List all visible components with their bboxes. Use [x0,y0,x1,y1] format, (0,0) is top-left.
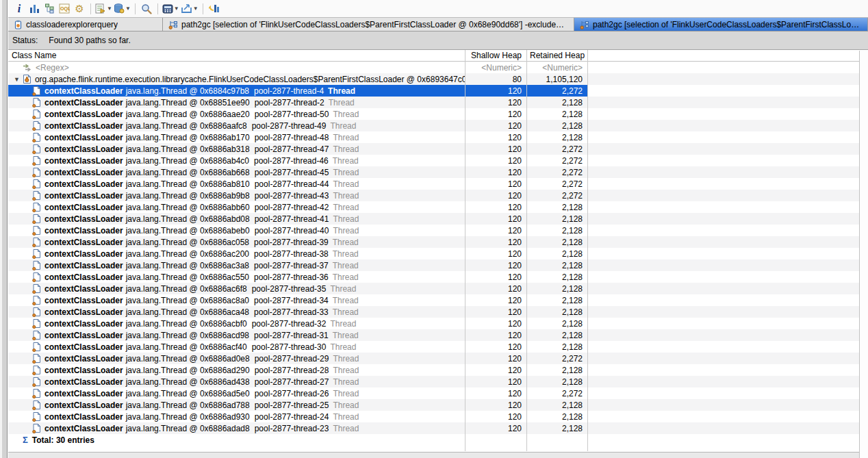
thread-row-selected[interactable]: contextClassLoaderjava.lang.Thread @ 0x6… [8,85,868,97]
thread-object-icon [32,97,41,107]
field-name: contextClassLoader [44,366,123,375]
thread-object-icon [32,86,41,96]
object-type-address: java.lang.Thread @ 0x6886acf40 [126,342,247,352]
thread-suffix: Thread [333,238,359,247]
svg-text:OQL: OQL [60,6,70,12]
horizontal-scrollbar[interactable] [8,452,859,458]
thread-row[interactable]: contextClassLoaderjava.lang.Thread @ 0x6… [8,166,868,178]
thread-row[interactable]: contextClassLoaderjava.lang.Thread @ 0x6… [8,178,868,190]
retained-heap-value: 2,128 [526,377,587,387]
thread-row[interactable]: contextClassLoaderjava.lang.Thread @ 0x6… [8,248,868,259]
thread-row[interactable]: contextClassLoaderjava.lang.Thread @ 0x6… [8,236,868,248]
run-expert-test-icon-dropdown-arrow[interactable]: ▼ [107,6,112,12]
export-icon-dropdown-arrow[interactable]: ▼ [193,6,199,12]
dominator-tree-icon[interactable] [42,1,57,16]
query-browser-icon-dropdown-arrow[interactable]: ▼ [125,6,131,12]
thread-row[interactable]: contextClassLoaderjava.lang.Thread @ 0x6… [8,108,868,120]
report-icon[interactable] [207,1,222,16]
field-name: contextClassLoader [44,133,123,142]
calculator-icon[interactable]: ▼ [162,1,180,16]
thread-object-icon [32,190,41,201]
vertical-scrollbar[interactable] [859,51,868,458]
thread-row[interactable]: contextClassLoaderjava.lang.Thread @ 0x6… [8,259,868,271]
oql-icon[interactable]: OQL [57,1,72,16]
column-separator-3[interactable] [587,50,588,451]
field-name: contextClassLoader [44,389,123,398]
shallow-heap-value: 120 [465,400,526,410]
filter-row[interactable]: <Regex> <Numeric> <Numeric> [8,62,868,73]
thread-overview-icon[interactable]: ⚙ [72,1,87,16]
shallow-heap-value: 120 [465,191,526,201]
regex-filter-field[interactable]: <Regex> [36,63,69,73]
column-header-retained-heap[interactable]: Retained Heap [526,51,587,60]
shallow-heap-value: 120 [465,331,526,340]
run-expert-test-icon[interactable]: ▼ [94,1,113,16]
classloader-root-row[interactable]: ▼ org.apache.flink.runtime.execution.lib… [8,73,868,85]
tab-1[interactable]: classloaderexplorerquery [8,18,163,31]
field-name: contextClassLoader [44,342,123,352]
sum-icon: Σ [23,435,28,445]
thread-row[interactable]: contextClassLoaderjava.lang.Thread @ 0x6… [8,353,868,364]
retained-heap-value: 2,128 [526,272,587,282]
thread-object-icon [32,388,41,398]
thread-object-icon [32,155,41,166]
thread-row[interactable]: contextClassLoaderjava.lang.Thread @ 0x6… [8,143,868,155]
thread-row[interactable]: contextClassLoaderjava.lang.Thread @ 0x6… [8,341,868,353]
histogram-icon[interactable] [27,1,42,16]
column-separator-2[interactable] [526,50,527,451]
thread-row[interactable]: contextClassLoaderjava.lang.Thread @ 0x6… [8,155,868,166]
thread-row[interactable]: contextClassLoaderjava.lang.Thread @ 0x6… [8,329,868,341]
thread-suffix: Thread [333,261,359,270]
expand-collapse-icon[interactable]: ▼ [14,76,20,83]
thread-suffix: Thread [333,272,359,282]
thread-row[interactable]: contextClassLoaderjava.lang.Thread @ 0x6… [8,271,868,283]
shallow-heap-value: 120 [465,133,526,142]
query-browser-icon[interactable]: ▼ [113,1,131,16]
object-type-address: java.lang.Thread @ 0x6886ad5e0 [126,389,250,398]
thread-row[interactable]: contextClassLoaderjava.lang.Thread @ 0x6… [8,306,868,318]
thread-row[interactable]: contextClassLoaderjava.lang.Thread @ 0x6… [8,294,868,306]
thread-row[interactable]: contextClassLoaderjava.lang.Thread @ 0x6… [8,387,868,399]
thread-name: pool-2877-thread-45 [255,168,329,177]
thread-suffix: Thread [333,389,359,398]
thread-row[interactable]: contextClassLoaderjava.lang.Thread @ 0x6… [8,283,868,294]
column-header-shallow-heap[interactable]: Shallow Heap [465,51,526,60]
export-icon[interactable]: ▼ [180,1,199,16]
calculator-icon-dropdown-arrow[interactable]: ▼ [174,6,179,12]
thread-row[interactable]: contextClassLoaderjava.lang.Thread @ 0x6… [8,213,868,225]
thread-row[interactable]: contextClassLoaderjava.lang.Thread @ 0x6… [8,190,868,201]
object-type-address: java.lang.Thread @ 0x6884c97b8 [126,86,249,96]
tab-2[interactable]: path2gc [selection of 'FlinkUserCodeClas… [163,18,574,31]
search-icon[interactable] [139,1,154,16]
info-icon[interactable]: i [12,1,27,16]
thread-row[interactable]: contextClassLoaderjava.lang.Thread @ 0x6… [8,201,868,213]
object-type-address: java.lang.Thread @ 0x6886abd08 [126,214,250,224]
tab-3-selected[interactable]: path2gc [selection of 'FlinkUserCodeClas… [574,18,868,31]
thread-row[interactable]: contextClassLoaderjava.lang.Thread @ 0x6… [8,411,868,422]
thread-row[interactable]: contextClassLoaderjava.lang.Thread @ 0x6… [8,97,868,108]
thread-object-icon [32,214,41,224]
field-name: contextClassLoader [44,214,123,224]
numeric-filter-shallow[interactable]: <Numeric> [465,63,526,73]
column-separator-1[interactable] [465,50,465,451]
thread-suffix: Thread [333,296,359,305]
field-name: contextClassLoader [44,377,123,387]
thread-row[interactable]: contextClassLoaderjava.lang.Thread @ 0x6… [8,364,868,376]
thread-row[interactable]: contextClassLoaderjava.lang.Thread @ 0x6… [8,399,868,411]
thread-row[interactable]: contextClassLoaderjava.lang.Thread @ 0x6… [8,131,868,143]
status-bar: Status: Found 30 paths so far. [8,31,868,50]
thread-row[interactable]: contextClassLoaderjava.lang.Thread @ 0x6… [8,318,868,329]
thread-row[interactable]: contextClassLoaderjava.lang.Thread @ 0x6… [8,422,868,434]
shallow-heap-value: 120 [465,389,526,398]
thread-row[interactable]: contextClassLoaderjava.lang.Thread @ 0x6… [8,376,868,387]
column-header-class-name[interactable]: Class Name [8,51,465,60]
thread-row[interactable]: contextClassLoaderjava.lang.Thread @ 0x6… [8,225,868,236]
shallow-heap-value: 120 [465,214,526,224]
thread-row[interactable]: contextClassLoaderjava.lang.Thread @ 0x6… [8,120,868,131]
numeric-filter-retained[interactable]: <Numeric> [526,63,587,73]
thread-name: pool-2877-thread-33 [254,307,329,317]
object-type-address: java.lang.Thread @ 0x6886ab170 [126,133,250,142]
retained-heap-value: 2,128 [526,296,587,305]
toolbar-separator [135,3,136,14]
thread-name: pool-2877-thread-31 [254,331,329,340]
